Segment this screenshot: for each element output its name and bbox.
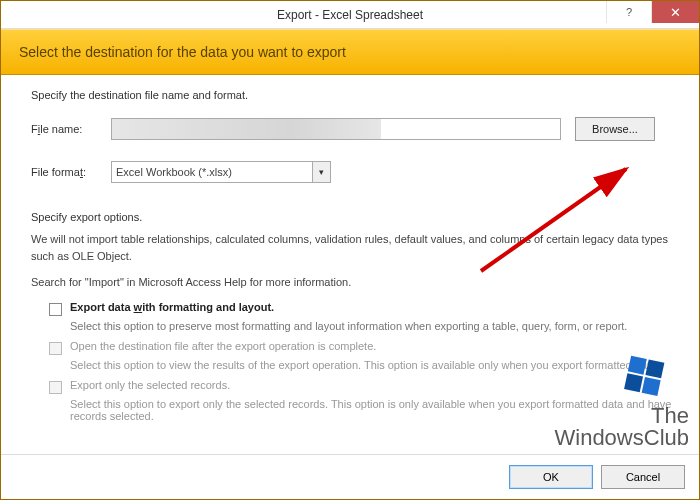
opt-export-formatting-sub: Select this option to preserve most form…	[70, 320, 679, 332]
opt-open-after-checkbox	[49, 342, 62, 355]
file-format-combo[interactable]: Excel Workbook (*.xlsx) ▾	[111, 161, 331, 183]
options-help-hint: Search for "Import" in Microsoft Access …	[31, 274, 679, 291]
opt-open-after-sub: Select this option to view the results o…	[70, 359, 679, 371]
cancel-button[interactable]: Cancel	[601, 465, 685, 489]
svg-rect-1	[628, 356, 647, 375]
ok-button[interactable]: OK	[509, 465, 593, 489]
file-name-input[interactable]	[111, 118, 561, 140]
banner-heading: Select the destination for the data you …	[19, 44, 346, 60]
options-warning: We will not import table relationships, …	[31, 231, 679, 264]
file-format-label: File format:	[31, 166, 111, 178]
export-dialog: Export - Excel Spreadsheet ? ✕ Select th…	[0, 0, 700, 500]
watermark-flag-icon	[621, 353, 669, 401]
banner: Select the destination for the data you …	[1, 29, 699, 75]
chevron-down-icon: ▾	[312, 162, 330, 182]
dialog-body: Specify the destination file name and fo…	[1, 75, 699, 454]
file-name-row: File name: Browse...	[31, 117, 679, 141]
opt-open-after-label: Open the destination file after the expo…	[70, 340, 376, 352]
svg-rect-3	[624, 373, 643, 392]
dest-section-label: Specify the destination file name and fo…	[31, 89, 679, 101]
file-format-value: Excel Workbook (*.xlsx)	[116, 166, 232, 178]
window-title: Export - Excel Spreadsheet	[1, 8, 699, 22]
watermark-text: The WindowsClub	[555, 405, 690, 449]
opt-selected-only-checkbox	[49, 381, 62, 394]
help-icon: ?	[626, 6, 632, 18]
browse-button[interactable]: Browse...	[575, 117, 655, 141]
svg-rect-2	[645, 359, 664, 378]
opt-open-after: Open the destination file after the expo…	[49, 340, 679, 355]
opt-export-formatting: Export data with formatting and layout.	[49, 301, 679, 316]
close-icon: ✕	[670, 5, 681, 20]
file-format-row: File format: Excel Workbook (*.xlsx) ▾	[31, 161, 679, 183]
file-name-label: File name:	[31, 123, 111, 135]
opt-export-formatting-label: Export data with formatting and layout.	[70, 301, 274, 313]
opt-export-formatting-checkbox[interactable]	[49, 303, 62, 316]
window-controls: ? ✕	[606, 1, 699, 23]
opt-selected-only-label: Export only the selected records.	[70, 379, 230, 391]
opt-selected-only: Export only the selected records.	[49, 379, 679, 394]
close-button[interactable]: ✕	[651, 1, 699, 23]
svg-rect-4	[642, 377, 661, 396]
options-section-label: Specify export options.	[31, 211, 679, 223]
titlebar: Export - Excel Spreadsheet ? ✕	[1, 1, 699, 29]
dialog-footer: OK Cancel	[1, 454, 699, 499]
help-button[interactable]: ?	[606, 1, 651, 23]
